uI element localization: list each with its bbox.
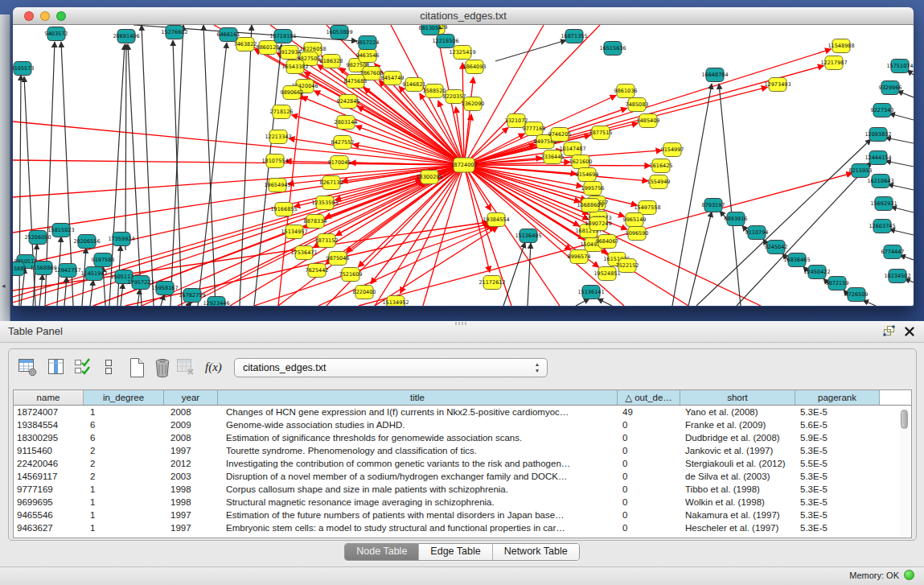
table-row[interactable]: 969969511998Structural magnetic resonanc… [14,496,911,509]
table-cell: 0 [618,444,680,457]
graph-node-label: 11451947 [80,270,107,277]
graph-node-label: 9777169 [523,126,546,132]
clear-selection-icon[interactable] [104,356,113,381]
table-row[interactable]: 1830029562008Estimation of significance … [14,431,911,444]
graph-node-label: 20206556 [73,238,100,245]
column-header-title[interactable]: title [218,390,618,405]
graph-node-label: 7463822 [234,41,257,47]
graph-node-label: 6466161 [217,31,240,38]
table-row[interactable]: 977716911998Corpus callosum shape and si… [14,483,911,496]
table-cell: 18724007 [14,406,84,418]
column-header-short[interactable]: short [680,390,795,405]
column-header-name[interactable]: name [14,390,84,405]
table-row[interactable]: 1872400712008Changes of HCN gene express… [14,406,911,418]
graph-edge-black [503,242,525,306]
graph-node-label: 9105573 [13,65,34,72]
graph-edge-red [464,165,651,166]
graph-edge-black [888,184,914,190]
network-canvas[interactable]: 2242004698906622718126122133431810755419… [13,25,914,306]
table-cell: Stergiakouli et al. (2012) [680,457,795,470]
graph-node-label: 1321072 [505,117,528,124]
column-header-pagerank[interactable]: pagerank [795,390,880,405]
table-cell: 0 [618,470,680,483]
column-header-out_de[interactable]: △ out_de… [618,390,680,405]
table-cell: 0 [618,509,680,521]
graph-edge-black [672,84,712,306]
memory-status-label: Memory: OK [849,571,899,580]
panel-resize-grip[interactable] [455,322,466,325]
graph-node-label: 21172612 [478,279,505,286]
graph-node-label: 16836465 [783,257,810,263]
select-all-icon[interactable] [73,356,92,381]
table-toolbar: f(x) citations_edges.txt ▲▼ [9,349,916,388]
network-table-select[interactable]: citations_edges.txt ▲▼ [234,358,548,377]
graph-node-label: 15134952 [382,299,409,306]
graph-node-label: 18724007 [450,162,477,168]
node-table: namein_degreeyeartitle△ out_de…shortpage… [13,389,912,538]
zoom-window-button[interactable] [56,11,66,21]
table-row[interactable]: 946554611997Estimation of the future num… [14,509,911,521]
graph-edge-black [528,243,531,306]
column-header-year[interactable]: year [164,390,218,405]
graph-node-label: 12942757 [54,267,80,274]
graph-node-label: 12444154 [864,154,891,161]
table-cell: 1998 [164,483,218,496]
graph-node-label: 8996574 [568,253,591,260]
graph-node-label: 8220357 [443,93,466,100]
table-row[interactable]: 1456911722003Disruption of a novel membe… [14,470,911,483]
table-cell: 2012 [164,457,218,470]
graph-node-label: 1873152 [315,237,339,244]
table-cell: 5.9E-5 [795,431,880,444]
graph-node-label: 9872159 [826,280,849,286]
graph-node-label: 2336445 [541,154,565,160]
table-row[interactable]: 2242004622012Investigating the contribut… [14,457,911,470]
scrollbar-thumb[interactable] [901,410,908,429]
graph-edge-black [889,113,914,120]
table-cell: Dudbridge et al. (2008) [680,431,795,444]
citation-graph[interactable]: 2242004698906622718126122133431810755419… [13,25,914,306]
table-row[interactable]: 1938455462009Genome-wide association stu… [14,418,911,431]
graph-node-label: 9965149 [623,216,647,223]
table-row[interactable]: 946362711997Embryonic stem cells: a mode… [14,521,911,534]
graph-node-label: 12603745 [869,223,895,229]
window-title-bar[interactable]: citations_edges.txt [13,7,914,25]
table-cell: Corpus callosum shape and size in male p… [218,483,618,496]
float-panel-icon[interactable] [883,325,895,340]
function-builder-icon[interactable]: f(x) [205,360,222,374]
table-cell: 5.6E-5 [795,418,880,431]
tab-node-table[interactable]: Node Table [345,544,419,560]
graph-edge-black [885,161,914,167]
graph-node-label: 10719185 [269,33,296,39]
graph-node-label: 8860128 [257,44,280,51]
table-row[interactable]: 911546021997Tourette syndrome. Phenomeno… [14,444,911,457]
graph-node-label: 15815023 [47,227,74,233]
graph-edge-black [170,25,183,306]
table-cell: 1997 [164,521,218,534]
new-table-icon[interactable] [126,356,147,382]
graph-node-label: 15958167 [151,285,178,291]
graph-node-label: 16648784 [701,72,728,78]
delete-entries-icon[interactable] [152,356,173,382]
graph-node-label: 11548988 [827,43,854,49]
graph-node-label: 1096590 [626,230,649,237]
table-cell: 1997 [164,444,218,457]
table-settings-icon[interactable] [17,356,38,381]
close-window-button[interactable] [24,11,34,21]
graph-node-label: 9684067 [596,238,619,245]
table-cell: 9463627 [14,521,84,534]
control-panel-edge[interactable]: ◂ [0,14,10,321]
tab-edge-table[interactable]: Edge Table [419,544,492,560]
column-header-in_degree[interactable]: in_degree [84,390,164,405]
collapse-arrow-icon[interactable]: ◂ [2,282,6,290]
table-vertical-scrollbar[interactable] [900,408,910,536]
table-cell: 1 [84,483,164,496]
graph-edge-black [897,91,914,97]
close-panel-icon[interactable] [905,325,914,340]
memory-status-icon[interactable] [904,570,914,580]
graph-node-label: 15751074 [886,63,913,69]
graph-node-label: 9227343 [871,107,894,113]
table-cell: 1 [84,406,164,418]
tab-network-table[interactable]: Network Table [493,544,579,560]
minimize-window-button[interactable] [40,11,50,21]
toggle-column-icon[interactable] [46,356,67,381]
